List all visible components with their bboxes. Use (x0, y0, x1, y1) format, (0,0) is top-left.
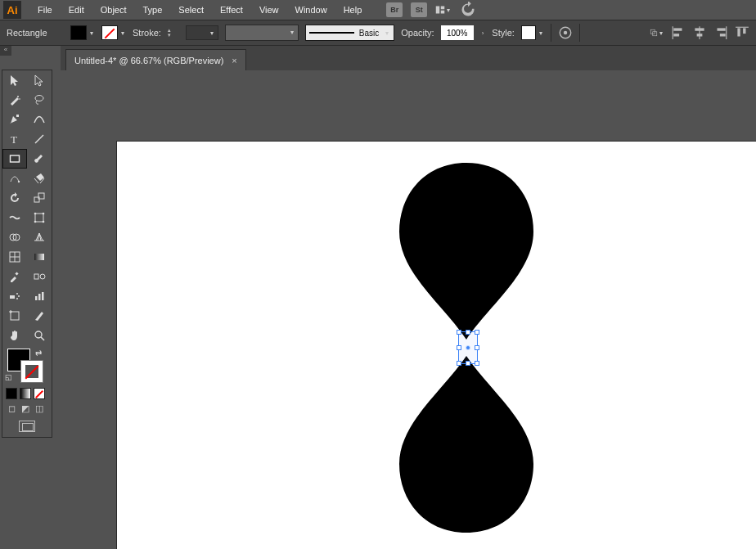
solid-color-icon[interactable] (6, 388, 17, 399)
bridge-icon[interactable]: Br (386, 2, 403, 17)
transform-panel-icon[interactable]: ▾ (650, 25, 664, 40)
svg-rect-52 (11, 312, 19, 320)
svg-rect-18 (743, 28, 745, 34)
align-center-icon[interactable] (692, 25, 707, 40)
recolor-artwork-icon[interactable] (558, 25, 573, 40)
svg-text:T: T (11, 133, 17, 146)
mesh-tool[interactable] (2, 247, 27, 267)
svg-point-44 (40, 274, 45, 279)
brush-definition[interactable]: Basic ▾ (305, 25, 394, 41)
free-transform-tool[interactable] (27, 208, 52, 227)
resize-handle-mid-right[interactable] (475, 345, 479, 350)
artwork-teardrop-bottom[interactable] (394, 351, 538, 538)
menu-type[interactable]: Type (135, 2, 171, 18)
graphic-style-control[interactable]: ▾ (521, 25, 544, 40)
blend-tool[interactable] (27, 267, 52, 286)
stroke-color-control[interactable]: ▾ (101, 25, 126, 40)
line-segment-tool[interactable] (27, 129, 52, 149)
selection-bounding-box[interactable] (458, 331, 478, 364)
dock-collapse-icon[interactable]: « (0, 46, 11, 56)
lasso-tool[interactable] (27, 90, 52, 110)
eyedropper-tool[interactable] (2, 267, 27, 286)
resize-handle-bottom-left[interactable] (457, 361, 461, 366)
menu-window[interactable]: Window (287, 2, 335, 18)
resize-handle-bottom-right[interactable] (475, 361, 479, 366)
zoom-tool[interactable] (27, 326, 52, 345)
artboard[interactable] (116, 141, 756, 549)
symbol-sprayer-tool[interactable] (2, 286, 27, 306)
svg-point-26 (18, 181, 20, 182)
gradient-tool[interactable] (27, 247, 52, 267)
gradient-icon[interactable] (20, 388, 31, 399)
menu-file[interactable]: File (29, 2, 61, 18)
swap-fill-stroke-icon[interactable]: ⇄ (35, 349, 42, 358)
type-tool[interactable]: T (2, 129, 27, 149)
artboard-tool[interactable] (2, 306, 27, 326)
arrange-documents-icon[interactable]: ▾ (435, 2, 452, 17)
shaper-tool[interactable] (2, 169, 27, 188)
svg-rect-12 (697, 34, 703, 36)
resize-handle-top-left[interactable] (457, 330, 461, 335)
resize-handle-mid-left[interactable] (457, 345, 461, 350)
resize-handle-top-mid[interactable] (466, 330, 470, 335)
magic-wand-tool[interactable] (2, 90, 27, 110)
paintbrush-tool[interactable] (27, 149, 52, 169)
color-mode-row (2, 386, 52, 401)
none-color-icon[interactable] (34, 388, 45, 399)
variable-stroke-profile[interactable]: ▾ (225, 25, 299, 41)
fill-color-control[interactable]: ▾ (70, 25, 95, 40)
draw-behind-icon[interactable]: ◩ (20, 403, 31, 414)
resize-handle-top-right[interactable] (475, 330, 479, 335)
draw-inside-icon[interactable]: ◫ (34, 403, 45, 414)
pen-tool[interactable] (2, 110, 27, 129)
cloud-sync-icon[interactable] (460, 2, 476, 17)
svg-point-21 (35, 96, 43, 101)
shape-builder-tool[interactable] (2, 227, 27, 247)
menu-help[interactable]: Help (335, 2, 371, 18)
chevron-down-icon: ▾ (658, 29, 664, 37)
workspace: Untitled-4* @ 66.67% (RGB/Preview) × (61, 46, 756, 549)
scale-tool[interactable] (27, 188, 52, 208)
document-tab[interactable]: Untitled-4* @ 66.67% (RGB/Preview) × (65, 49, 246, 70)
align-controls: ▾ (650, 25, 749, 40)
stroke-weight-field[interactable]: ▾ (186, 25, 218, 40)
column-graph-tool[interactable] (27, 286, 52, 306)
close-tab-icon[interactable]: × (232, 56, 236, 65)
canvas-area[interactable] (61, 70, 756, 549)
opacity-chevron-icon[interactable]: › (480, 29, 486, 37)
menu-edit[interactable]: Edit (61, 2, 92, 18)
curvature-tool[interactable] (27, 110, 52, 129)
menu-effect[interactable]: Effect (212, 2, 251, 18)
artwork-teardrop-top[interactable] (394, 158, 538, 344)
draw-normal-icon[interactable]: ◻ (6, 403, 17, 414)
fill-stroke-control[interactable]: ⇄ ◱ (2, 345, 52, 386)
menu-select[interactable]: Select (170, 2, 212, 18)
align-left-icon[interactable] (671, 25, 686, 40)
selection-center-icon[interactable] (466, 345, 470, 350)
rotate-tool[interactable] (2, 188, 27, 208)
svg-rect-42 (15, 272, 18, 275)
resize-handle-bottom-mid[interactable] (466, 361, 470, 366)
direct-selection-tool[interactable] (27, 70, 52, 90)
slice-tool[interactable] (27, 306, 52, 326)
svg-point-34 (34, 221, 37, 223)
stroke-weight-stepper[interactable]: ▴▾ (168, 25, 179, 40)
stock-icon[interactable]: St (411, 2, 427, 17)
perspective-grid-tool[interactable] (27, 227, 52, 247)
screen-mode-icon[interactable] (19, 421, 35, 432)
selection-tool[interactable] (2, 70, 27, 90)
menu-object[interactable]: Object (92, 2, 135, 18)
width-tool[interactable] (2, 208, 27, 227)
eraser-tool[interactable] (27, 169, 52, 188)
align-top-icon[interactable] (735, 25, 749, 40)
rectangle-tool[interactable] (2, 149, 27, 169)
chevron-down-icon: ▾ (538, 29, 544, 37)
stroke-label: Stroke: (133, 28, 161, 38)
stroke-swatch-icon[interactable] (20, 360, 43, 383)
hand-tool[interactable] (2, 326, 27, 345)
align-right-icon[interactable] (713, 25, 728, 40)
opacity-field[interactable]: 100% (441, 25, 474, 40)
tools-panel: T ⇄ ◱ ◻ ◩ ◫ (2, 70, 52, 438)
menu-view[interactable]: View (251, 2, 287, 18)
default-fill-stroke-icon[interactable]: ◱ (5, 373, 12, 381)
